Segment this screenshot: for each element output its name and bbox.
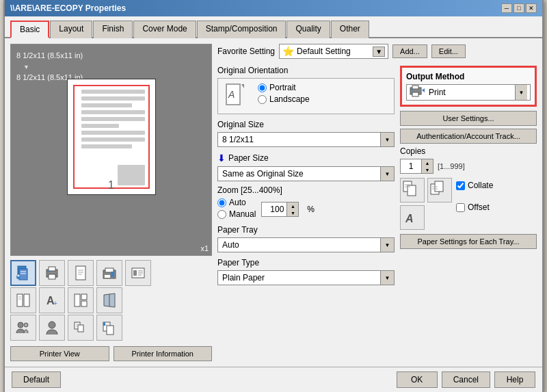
paper-tray-dropdown[interactable]: Auto ▼ [217,237,395,252]
output-method-label: Output Method [406,72,531,81]
auth-button[interactable]: Authentication/Account Track... [400,129,537,144]
paper-size-arrow[interactable]: ▼ [380,167,394,181]
tab-stamp-composition[interactable]: Stamp/Composition [197,21,286,38]
copies-up-button[interactable]: ▲ [422,159,433,166]
svg-text:A: A [405,213,414,224]
cancel-button[interactable]: Cancel [442,371,490,388]
paper-type-value: Plain Paper [218,272,380,284]
add-button[interactable]: Add... [392,44,427,58]
portrait-radio[interactable] [258,83,267,92]
printer-info-button[interactable]: Printer Information [114,346,213,361]
zoom-input[interactable] [262,203,286,215]
copies-input[interactable] [401,161,421,171]
duplex-icon[interactable] [10,287,36,313]
title-bar: \\ARE\ARE-ECOPY Properties ─ □ ✕ [5,0,542,16]
window-title: \\ARE\ARE-ECOPY Properties [10,3,126,13]
orientation-label: Original Orientation [217,66,395,75]
title-controls: ─ □ ✕ [501,3,537,13]
ok-button[interactable]: OK [397,371,438,388]
offset-checkbox[interactable] [456,203,465,212]
person-icon[interactable] [39,315,65,341]
print-icon[interactable] [39,260,65,286]
landscape-radio[interactable] [258,95,267,104]
minimize-button[interactable]: ─ [501,3,512,13]
svg-point-35 [24,323,28,327]
favorite-setting-select[interactable]: ⭐ Default Setting ▼ [279,44,388,59]
collate-preview-icon[interactable] [400,178,425,202]
output-method-value: Print [429,88,512,97]
tab-basic[interactable]: Basic [10,21,49,38]
fax-icon[interactable] [96,260,122,286]
favorite-icon: ⭐ [282,46,294,57]
svg-rect-19 [133,270,137,276]
zoom-label: Zoom [25...400%] [217,185,395,195]
paper-tray-arrow[interactable]: ▼ [380,238,394,252]
output-method-select[interactable]: Print ▼ [406,84,531,101]
svg-rect-9 [47,271,49,272]
offset-label: Offset [468,202,490,212]
svg-rect-50 [412,92,418,96]
preview-buttons: Printer View Printer Information [10,346,212,361]
svg-text:+: + [53,300,57,307]
svg-rect-23 [17,294,23,306]
printer-view-button[interactable]: Printer View [10,346,109,361]
zoom-manual-radio[interactable] [217,210,226,219]
help-button[interactable]: Help [494,371,535,388]
zoom-down-button[interactable]: ▼ [287,209,298,216]
maximize-button[interactable]: □ [513,3,524,13]
left-options: Original Orientation A [217,66,395,291]
svg-rect-51 [411,89,413,90]
preview-count: x1 [200,244,209,252]
svg-text:A: A [228,89,235,100]
toolbar-row-2: A + [10,287,212,313]
middle-content: Original Orientation A [217,66,537,291]
orientation-section: Original Orientation A [217,66,395,114]
edit-button[interactable]: Edit... [431,44,466,58]
output-dropdown-arrow[interactable]: ▼ [515,85,527,100]
tab-other[interactable]: Other [331,21,369,38]
main-content: 8 1/2x11 (8.5x11 in) ▼ 8 1/2x11 (8.5x11 … [5,38,542,367]
settings-icon[interactable] [125,260,151,286]
copy-icon[interactable] [10,260,36,286]
tab-quality[interactable]: Quality [286,21,330,38]
collate-checkbox[interactable] [456,181,465,190]
paper-settings-button[interactable]: Paper Settings for Each Tray... [400,234,537,249]
people-icon[interactable] [10,315,36,341]
tabs-bar: Basic Layout Finish Cover Mode Stamp/Com… [5,16,542,38]
tab-layout[interactable]: Layout [50,21,92,38]
output-method-box: Output Method [400,66,537,107]
favorite-dropdown-arrow[interactable]: ▼ [373,47,385,57]
zoom-auto-radio[interactable] [217,198,226,207]
document-icon[interactable] [68,260,94,286]
original-size-dropdown[interactable]: 8 1/2x11 ▼ [217,132,395,147]
copies-down-button[interactable]: ▼ [422,166,433,173]
offset-row: Offset [456,202,493,212]
svg-rect-8 [49,274,55,279]
tab-cover-mode[interactable]: Cover Mode [133,21,196,38]
paper-type-dropdown[interactable]: Plain Paper ▼ [217,270,395,285]
text-format-icon[interactable]: A + [39,287,65,313]
original-size-section: Original Size 8 1/2x11 ▼ [217,120,395,147]
collate-pages-icon[interactable] [68,315,94,341]
paper-size-label: Paper Size [228,153,269,163]
default-button[interactable]: Default [12,371,61,388]
close-button[interactable]: ✕ [526,3,537,13]
svg-rect-16 [111,272,114,277]
landscape-label: Landscape [269,94,310,104]
user-settings-button[interactable]: User Settings... [400,111,537,126]
bottom-bar: Default OK Cancel Help [5,367,542,392]
zoom-up-button[interactable]: ▲ [287,202,298,209]
offset-preview-icon[interactable]: A [400,205,425,230]
original-size-arrow[interactable]: ▼ [380,133,394,146]
preview-document: 1 [67,79,156,195]
paper-type-arrow[interactable]: ▼ [380,271,394,285]
tab-finish[interactable]: Finish [93,21,133,38]
paper-size-dropdown[interactable]: Same as Original Size ▼ [217,166,395,181]
paper-type-section: Paper Type Plain Paper ▼ [217,258,395,285]
right-options: Output Method [400,66,537,291]
collate-preview-icon-2[interactable] [427,178,452,202]
zoom-manual-label: Manual [229,209,256,219]
layout-icon[interactable] [68,287,94,313]
staple-icon[interactable] [96,315,122,341]
booklet-icon[interactable] [96,287,122,313]
